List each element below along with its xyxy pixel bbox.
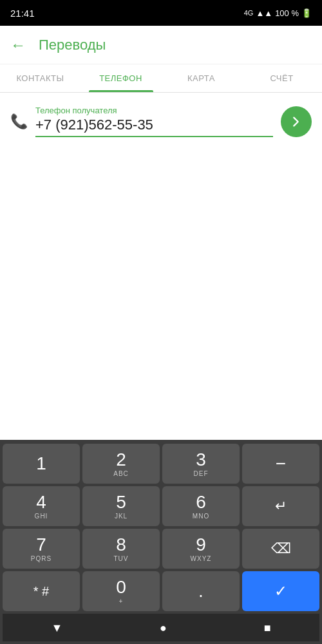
key-5[interactable]: 5 JKL [82,486,160,526]
nav-home-button[interactable]: ● [147,619,180,638]
key-7[interactable]: 7 PQRS [3,529,80,569]
phone-label: Телефон получателя [35,106,273,115]
content-area: 📞 Телефон получателя [0,93,322,150]
phone-icon: 📞 [10,113,28,130]
nav-recent-button[interactable]: ■ [251,619,284,638]
nav-back-button[interactable]: ▼ [38,619,75,638]
tab-phone[interactable]: ТЕЛЕФОН [80,64,161,92]
keyboard: 1 2 ABC 3 DEF − 4 GHI 5 JKL 6 MNO ↵ [0,440,322,644]
tab-account[interactable]: СЧЁТ [242,64,322,92]
key-enter[interactable]: ↵ [242,486,319,526]
battery-icon: 🔋 [301,8,312,18]
key-0[interactable]: 0 + [82,571,160,611]
phone-input[interactable] [35,117,273,137]
tabs-container: КОНТАКТЫ ТЕЛЕФОН КАРТА СЧЁТ [0,64,322,93]
key-star-hash[interactable]: * # [3,571,80,611]
keyboard-row-4: * # 0 + . ✓ [3,571,319,611]
phone-input-row: 📞 Телефон получателя [10,106,312,137]
arrow-right-icon [289,115,303,129]
key-8[interactable]: 8 TUV [82,529,160,569]
status-bar: 21:41 4G ▲▲ 100 % 🔋 [0,0,322,26]
phone-field-wrapper: Телефон получателя [35,106,273,137]
key-6[interactable]: 6 MNO [162,486,240,526]
key-2[interactable]: 2 ABC [82,444,160,484]
page-title: Переводы [39,37,106,53]
network-icon: 4G [244,9,254,17]
tab-contacts[interactable]: КОНТАКТЫ [0,64,80,92]
battery-text: 100 % [275,8,299,18]
signal-icon: ▲▲ [256,8,272,18]
key-backspace[interactable]: ⌫ [242,529,319,569]
key-confirm[interactable]: ✓ [242,571,319,611]
key-4[interactable]: 4 GHI [3,486,80,526]
keyboard-row-3: 7 PQRS 8 TUV 9 WXYZ ⌫ [3,529,319,569]
keyboard-row-2: 4 GHI 5 JKL 6 MNO ↵ [3,486,319,526]
nav-bar: ▼ ● ■ [3,614,319,641]
tab-card[interactable]: КАРТА [161,64,242,92]
key-dot[interactable]: . [162,571,240,611]
key-1[interactable]: 1 [3,444,80,484]
key-dash[interactable]: − [242,444,319,484]
app-bar: ← Переводы [0,26,322,64]
status-time: 21:41 [10,8,35,19]
go-button[interactable] [281,106,312,137]
checkmark-icon: ✓ [274,582,287,600]
status-icons: 4G ▲▲ 100 % 🔋 [244,8,312,18]
key-3[interactable]: 3 DEF [162,444,240,484]
back-button[interactable]: ← [10,36,26,54]
backspace-icon: ⌫ [271,540,291,557]
keyboard-row-1: 1 2 ABC 3 DEF − [3,444,319,484]
key-9[interactable]: 9 WXYZ [162,529,240,569]
